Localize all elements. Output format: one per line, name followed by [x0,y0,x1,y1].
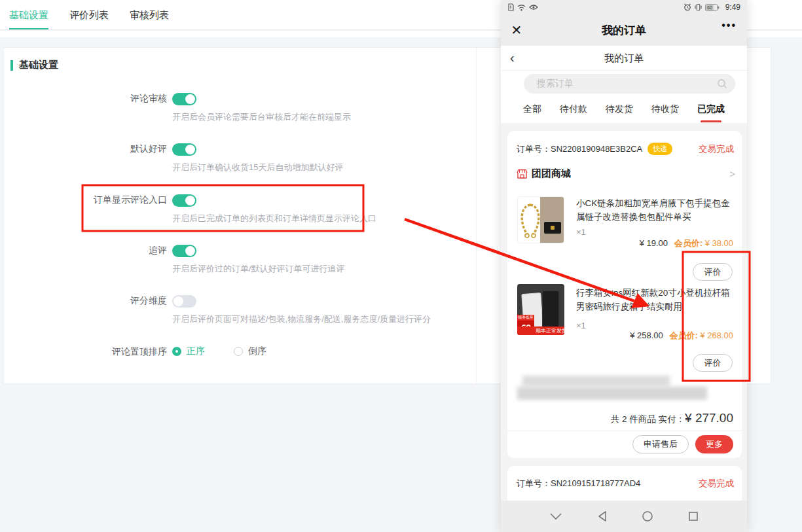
order-header: 订单号：SN2208190948E3B2CA 快递 交易完成 [517,143,734,155]
tab-review-list[interactable]: 评价列表 [69,0,109,29]
label-comment-sort: 评论置顶排序 [10,346,167,358]
shop-name: 团团商城 [532,168,571,180]
shop-row[interactable]: 团团商城 > [517,168,735,180]
toggle-follow-up-review[interactable] [172,245,196,257]
order-total: 共 2 件商品 实付：¥ 277.00 [611,411,733,425]
search-input[interactable]: 搜索订单 [524,74,735,94]
phone-screenshot: 62 9:49 ✕ 我的订单 ••• ‹ 我的订单 搜索订单 全部 待付款 待发… [501,0,747,532]
tab-pending-shipment[interactable]: 待发货 [606,97,633,123]
tab-audit-list[interactable]: 审核列表 [130,0,169,29]
product-qty: ×1 [576,227,586,237]
sim-alert-icon [507,3,514,11]
section-header: 基础设置 [10,59,58,71]
redacted-address-block [517,376,707,400]
toggle-default-praise[interactable] [172,143,196,156]
section-title: 基础设置 [19,59,58,71]
rate-button[interactable]: 评价 [693,263,733,281]
order-status: 交易完成 [699,478,734,489]
sub-page-title: 我的订单 [501,52,747,65]
status-left-icons [507,3,538,11]
radio-ascending[interactable] [172,347,181,356]
label-default-praise: 默认好评 [10,143,167,155]
member-price-label: 会员价: [674,238,702,248]
tab-pending-receipt[interactable]: 待收货 [651,97,679,123]
order-no-label: 订单号： [517,478,551,488]
shop-icon [517,169,528,179]
chevron-right-icon: > [729,168,735,179]
member-price-value: ¥ 38.00 [705,238,733,248]
search-placeholder: 搜索订单 [537,78,717,90]
desc-follow-up-review: 开启后评价过的订单/默认好评订单可进行追评 [172,263,345,275]
status-time: 9:49 [725,3,740,12]
member-price-value: ¥ 268.00 [700,330,733,340]
desc-comment-audit: 开启后会员评论需要后台审核后才能在前端显示 [172,111,351,123]
order-no: 订单号：SN2109151718777AD4 [517,478,640,489]
product-title[interactable]: 小CK链条加粗加宽单肩腋下包手提包金属链子改造替换包包配件单买 [576,196,735,224]
svg-text:62: 62 [707,5,712,10]
radio-ascending-label[interactable]: 正序 [187,346,205,357]
product-image-chain-bag[interactable] [517,196,564,243]
product-price-line: ¥ 258.00 会员价: ¥ 268.00 [630,330,733,342]
android-nav-bar [501,501,747,532]
product-price: ¥ 19.00 [640,238,668,248]
toggle-order-comment-entry[interactable] [172,194,196,207]
phone-title-bar: ✕ 我的订单 ••• [501,14,747,46]
black-suitcase-graphic [542,291,559,328]
label-comment-audit: 评论审核 [10,93,167,105]
tab-completed[interactable]: 已完成 [697,97,725,123]
gold-chain-graphic [519,202,541,239]
model-photo-area [540,197,564,243]
phone-status-bar: 62 9:49 [501,0,747,14]
order-status-tabs: 全部 待付款 待发货 待收货 已完成 [501,97,747,123]
more-menu-icon[interactable]: ••• [721,20,737,31]
tab-pending-payment[interactable]: 待付款 [560,97,587,123]
label-order-comment-entry: 订单显示评论入口 [10,194,167,206]
redacted-line [517,387,707,400]
product-title[interactable]: 行李箱女ins网红新款20寸小登机拉杆箱男密码旅行皮箱子结实耐用 [576,286,735,313]
radio-descending-label[interactable]: 倒序 [248,346,266,357]
product-price: ¥ 258.00 [630,330,663,340]
express-badge: 快递 [647,143,672,155]
order-no: 订单号：SN2208190948E3B2CA [517,143,642,155]
order-total-amount: ¥ 277.00 [685,411,733,425]
recents-nav-icon[interactable] [688,511,699,522]
desc-default-praise: 开启后订单确认收货15天后自动增加默认好评 [172,162,343,173]
wifi-icon [517,4,526,11]
status-right-icons: 62 9:49 [684,3,740,12]
member-price-label: 会员价: [669,330,697,340]
search-area: 搜索订单 [501,71,747,97]
tab-basic-settings[interactable]: 基础设置 [9,0,48,29]
shipping-banner: 顺丰正常发货 [517,327,564,335]
product-qty: ×1 [576,321,586,330]
order-header: 订单号：SN2109151718777AD4 交易完成 [517,478,734,489]
eye-comfort-icon [529,4,538,10]
more-button[interactable]: 更多 [695,435,733,453]
order-no-value: SN2208190948E3B2CA [551,144,642,154]
coupon-small-tag: 领券低至 [517,315,534,321]
order-actions: 申请售后 更多 [632,435,733,453]
tab-all[interactable]: 全部 [523,97,541,123]
phone-sub-header: ‹ 我的订单 [501,46,747,71]
toggle-comment-audit[interactable] [172,93,196,105]
label-rating-dimension: 评分维度 [10,295,167,307]
product-price-line: ¥ 19.00 会员价: ¥ 38.00 [640,238,733,249]
hide-nav-icon[interactable] [549,512,562,520]
rate-button[interactable]: 评价 [693,354,733,372]
bag-clasp-graphic [551,226,555,230]
page-title: 我的订单 [501,23,747,38]
section-accent-bar [10,60,13,71]
order-no-value: SN2109151718777AD4 [551,478,640,488]
sort-radio-group: 正序 倒序 [172,346,266,357]
home-nav-icon[interactable] [642,510,653,522]
redacted-line [522,376,670,387]
content-divider [476,47,477,384]
after-sale-button[interactable]: 申请售后 [632,435,689,453]
product-image-luggage[interactable]: 领券低至 69 顺丰正常发货 [517,284,564,335]
radio-descending[interactable] [234,347,243,356]
back-nav-icon[interactable] [597,510,608,522]
label-follow-up-review: 追评 [10,245,167,257]
desc-rating-dimension: 开启后评价页面可对描述/包装,物流服务/配送,服务态度/质量进行评分 [172,313,431,325]
toggle-rating-dimension[interactable] [172,295,196,308]
search-icon [717,79,727,89]
alarm-icon [684,3,691,11]
